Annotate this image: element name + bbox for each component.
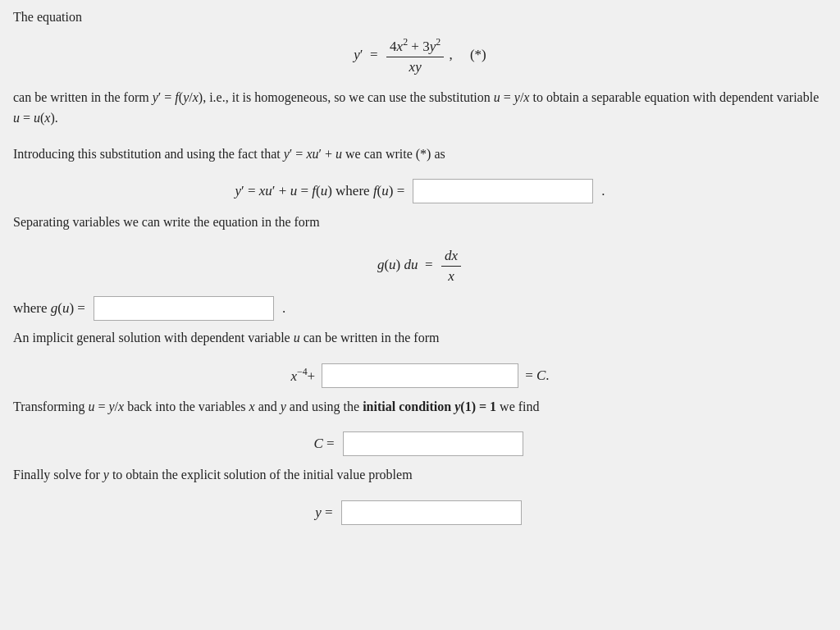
main-eq-comma: , (449, 47, 452, 62)
c-input[interactable] (344, 432, 523, 455)
main-eq-denominator: xy (386, 57, 444, 75)
y-equation: y = (13, 500, 827, 525)
main-equation: y′ = 4x2 + 3y2 xy , (*) (13, 36, 827, 75)
main-eq-lhs: y′ = (354, 47, 381, 62)
eq2-lhs: y′ = xu′ + u = f(u) where f(u) = (235, 183, 404, 199)
implicit-equation: x−4+ = C. (13, 363, 827, 388)
y-input[interactable] (342, 501, 521, 524)
paragraph-3: Separating variables we can write the eq… (13, 212, 827, 233)
c-input-box[interactable] (343, 431, 523, 456)
fu-input[interactable] (413, 180, 592, 203)
implicit-input[interactable] (322, 364, 518, 387)
eq3-fraction: dx x (441, 248, 461, 285)
eq3-denominator: x (441, 267, 461, 285)
gu-input[interactable] (94, 297, 273, 320)
eq3-numerator: dx (441, 248, 461, 267)
paragraph-6: Finally solve for y to obtain the explic… (13, 464, 827, 486)
where-gu-line: where g(u) = . (13, 296, 827, 321)
initial-condition-text: initial condition y(1) = 1 (363, 399, 496, 413)
implicit-x: x−4+ (290, 366, 315, 385)
where-gu-label: where g(u) = (13, 300, 85, 317)
c-lhs: C = (313, 436, 334, 452)
page-title: The equation (13, 10, 827, 25)
implicit-input-box[interactable] (322, 363, 518, 388)
c-equation: C = (13, 431, 827, 456)
main-eq-tag: (*) (470, 47, 486, 62)
title-text: The equation (13, 10, 82, 24)
paragraph-1: can be written in the form y′ = f(y/x), … (13, 87, 827, 129)
eq3-lhs: g(u) du = (377, 257, 436, 272)
implicit-eq: = C. (525, 368, 549, 384)
y-input-box[interactable] (341, 500, 522, 525)
equation-2: y′ = xu′ + u = f(u) where f(u) = . (13, 179, 827, 203)
y-lhs: y = (315, 504, 332, 521)
fu-input-box[interactable] (413, 179, 593, 203)
equation-3: g(u) du = dx x (13, 248, 827, 285)
eq2-period: . (601, 183, 605, 199)
paragraph-2: Introducing this substitution and using … (13, 144, 827, 165)
paragraph-4: An implicit general solution with depend… (13, 327, 827, 349)
gu-input-box[interactable] (94, 296, 274, 321)
paragraph-5: Transforming u = y/x back into the varia… (13, 396, 827, 418)
main-eq-numerator: 4x2 + 3y2 (386, 36, 444, 57)
where-gu-period: . (282, 300, 285, 317)
main-eq-fraction: 4x2 + 3y2 xy (386, 36, 444, 75)
